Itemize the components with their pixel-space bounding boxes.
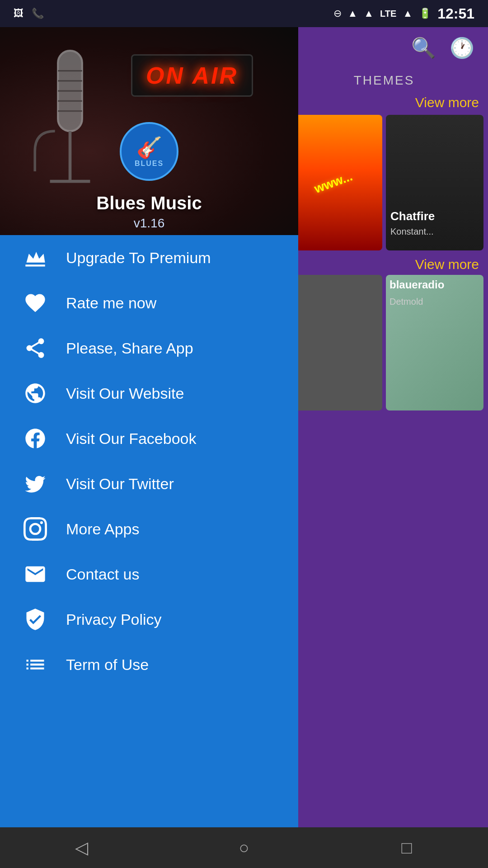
share-label: Please, Share App [66,340,193,357]
facebook-label: Visit Our Facebook [66,430,197,448]
drawer-menu: Upgrade To Premium Rate me now Please, S… [0,235,298,827]
view-more-2[interactable]: View more [280,254,488,275]
phone-icon: 📞 [32,8,44,19]
status-time: 12:51 [437,5,474,22]
fire-text: www... [312,169,354,196]
privacy-label: Privacy Policy [66,611,162,628]
crown-icon [23,245,48,270]
menu-item-contact[interactable]: Contact us [0,552,298,597]
history-icon[interactable]: 🕐 [450,36,474,60]
thumb-card-fire[interactable]: www... [285,115,382,250]
menu-item-moreapps[interactable]: More Apps [0,506,298,552]
search-icon[interactable]: 🔍 [411,36,436,60]
share-icon [23,335,48,361]
themes-label: THEMES [280,69,488,92]
menu-item-facebook[interactable]: Visit Our Facebook [0,416,298,461]
status-bar-left: 🖼 📞 [14,8,44,19]
on-air-sign: ON AIR [131,54,253,97]
shield-icon [23,607,48,632]
right-panel: 🔍 🕐 THEMES View more www... Chatfire Kon… [280,27,488,827]
menu-item-share[interactable]: Please, Share App [0,326,298,371]
recents-button[interactable]: □ [384,834,429,861]
drawer-version: v1.16 [134,216,165,231]
terms-label: Term of Use [66,656,149,674]
drawer-header: ON AIR 🎸 BLUES Blues Music v1.16 [0,27,298,235]
status-bar: 🖼 📞 ⊖ ▲ ▲ LTE ▲ 🔋 12:51 [0,0,488,27]
do-not-disturb-icon: ⊖ [333,8,342,19]
status-bar-right: ⊖ ▲ ▲ LTE ▲ 🔋 12:51 [333,5,474,22]
on-air-text: ON AIR [146,62,238,89]
instagram-icon [23,516,48,542]
twitter-icon [23,471,48,496]
menu-item-privacy[interactable]: Privacy Policy [0,597,298,642]
twitter-label: Visit Our Twitter [66,475,174,493]
blauer-label: blaueradio [386,275,483,295]
facebook-icon [23,426,48,451]
chat-label: Chatfire [390,209,435,223]
drawer: ON AIR 🎸 BLUES Blues Music v1.16 Upgrade… [0,27,298,827]
upgrade-label: Upgrade To Premium [66,249,211,267]
globe-icon [23,381,48,406]
photo-icon: 🖼 [14,8,23,19]
battery-icon: 🔋 [419,8,431,19]
contact-label: Contact us [66,566,140,583]
thumb-card-left2[interactable] [285,275,382,410]
lte-icon: LTE [380,9,396,19]
drawer-app-name: Blues Music [96,193,202,213]
thumb-card-map[interactable]: blaueradio Detmold [386,275,483,410]
app-logo: 🎸 BLUES [120,122,178,181]
thumb-card-chat[interactable]: Chatfire Konstant... [386,115,483,250]
thumb-row-1: www... Chatfire Konstant... [280,115,488,254]
website-label: Visit Our Website [66,385,184,402]
right-header: 🔍 🕐 [280,27,488,69]
signal2-icon: ▲ [403,8,413,19]
rate-label: Rate me now [66,294,156,312]
menu-item-upgrade[interactable]: Upgrade To Premium [0,235,298,280]
menu-item-twitter[interactable]: Visit Our Twitter [0,461,298,506]
moreapps-label: More Apps [66,520,140,538]
app-logo-text: BLUES [135,160,164,168]
thumb-row-2: blaueradio Detmold [280,275,488,414]
detmold-label: Detmold [386,295,483,309]
main-layout: 🔍 🕐 THEMES View more www... Chatfire Kon… [0,27,488,827]
chat-sub: Konstant... [390,226,434,237]
home-button[interactable]: ○ [221,834,267,861]
nav-bar: ◁ ○ □ [0,827,488,868]
wifi-icon: ▲ [348,8,358,19]
list-icon [23,652,48,677]
menu-item-website[interactable]: Visit Our Website [0,371,298,416]
email-icon [23,561,48,587]
back-button[interactable]: ◁ [59,834,104,861]
signal-icon: ▲ [364,8,374,19]
view-more-1[interactable]: View more [280,92,488,115]
guitar-icon: 🎸 [136,135,162,160]
menu-item-terms[interactable]: Term of Use [0,642,298,687]
menu-item-rate[interactable]: Rate me now [0,280,298,326]
heart-icon [23,290,48,316]
